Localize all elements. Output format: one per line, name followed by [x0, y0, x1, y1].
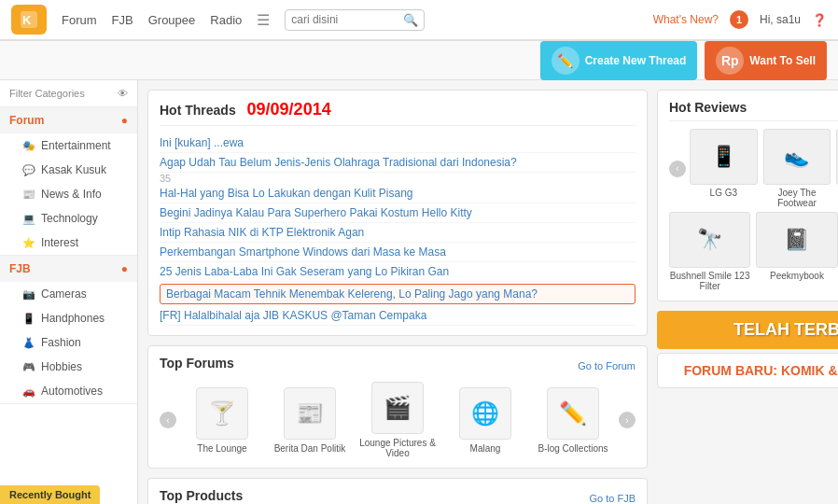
logo[interactable]: K	[11, 5, 47, 35]
right-column: Hot Reviews ‹ 📱 LG G3 👟 Joey The Footwea…	[657, 90, 838, 504]
goto-forum-link[interactable]: Go to Forum	[578, 360, 635, 371]
nav-radio[interactable]: Radio	[210, 13, 242, 27]
search-input[interactable]	[291, 13, 403, 26]
thread-item[interactable]: Begini Jadinya Kalau Para Superhero Paka…	[160, 203, 635, 223]
reviews-row1: 📱 LG G3 👟 Joey The Footwear 📦 Himax Pure…	[690, 129, 838, 208]
lg-g3-img: 📱	[690, 129, 758, 185]
forum-item-berita[interactable]: 📰 Berita Dan Politik	[268, 387, 352, 454]
recently-bought-bar[interactable]: Recently Bought	[0, 485, 100, 504]
forum-item-malang[interactable]: 🌐 Malang	[443, 387, 527, 454]
review-item-lg[interactable]: 📱 LG G3	[690, 129, 758, 208]
search-box: 🔍	[285, 9, 425, 31]
filter-eye-icon[interactable]: 👁	[118, 88, 128, 99]
joey-img: 👟	[763, 129, 831, 185]
forum-label: Berita Dan Politik	[268, 443, 352, 454]
hamburger-icon[interactable]: ☰	[257, 11, 270, 29]
blog-icon: ✏️	[547, 387, 599, 440]
help-icon[interactable]: ❓	[812, 13, 827, 27]
review-item-bushnell[interactable]: 🔭 Bushnell Smile 123 Filter	[669, 212, 750, 291]
cameras-icon: 📷	[22, 288, 35, 301]
thread-item[interactable]: [FR] Halalbihalal aja JIB KASKUS @Taman …	[160, 306, 635, 326]
top-products-card: Top Products Go to FJB	[147, 478, 648, 504]
forum-item-blog[interactable]: ✏️ B-log Collections	[531, 387, 615, 454]
promo-banner-1[interactable]: TELAH TERBIT!	[657, 311, 838, 349]
goto-fjb-link[interactable]: Go to FJB	[589, 493, 635, 504]
forum-label: The Lounge	[180, 443, 264, 454]
sidebar-item-automotives[interactable]: 🚗 Automotives	[0, 379, 137, 403]
berita-icon: 📰	[284, 387, 336, 440]
promo-banner-2[interactable]: FORUM BARU: KOMIK & ILUSTRASI	[657, 353, 838, 388]
thread-sub: 35	[160, 173, 635, 184]
sidebar-item-news-info[interactable]: 📰 News & Info	[0, 182, 137, 206]
notification-badge[interactable]: 1	[730, 10, 748, 29]
threads-list: Ini [kukan] ...ewa Agap Udah Tau Belum J…	[160, 133, 635, 326]
sidebar-section-fjb: FJB ● 📷 Cameras 📱 Handphones 👗 Fashion 🎮…	[0, 256, 137, 404]
entertainment-icon: 🎭	[22, 140, 35, 152]
thread-item[interactable]: Perkembangan Smartphone Windows dari Mas…	[160, 243, 635, 262]
thread-item[interactable]: Ini [kukan] ...ewa	[160, 133, 635, 153]
create-thread-button[interactable]: ✏️ Create New Thread	[540, 41, 698, 80]
forum-item-lounge-pictures[interactable]: 🎬 Lounge Pictures & Video	[356, 382, 440, 458]
review-label: Bushnell Smile 123 Filter	[669, 271, 750, 291]
two-col-layout: Hot Threads 09/09/2014 Ini [kukan] ...ew…	[147, 90, 829, 504]
fjb-chevron-icon: ●	[121, 262, 128, 275]
reviews-row2: 🔭 Bushnell Smile 123 Filter 📓 Peekmybook…	[669, 212, 838, 291]
pictures-icon: 🎬	[371, 382, 424, 434]
nav-groupee[interactable]: Groupee	[148, 13, 196, 27]
thread-item[interactable]: Hal-Hal yang Bisa Lo Lakukan dengan Kuli…	[160, 184, 635, 203]
top-forums-card: Top Forums Go to Forum ‹ 🍸 The Lounge 📰 …	[147, 345, 648, 469]
sidebar-item-technology[interactable]: 💻 Technology	[0, 206, 137, 231]
nav-fjb[interactable]: FJB	[112, 13, 133, 27]
peekmybook-img: 📓	[756, 212, 837, 268]
top-forums-title: Top Forums	[160, 356, 234, 376]
review-item-peekmybook[interactable]: 📓 Peekmybook	[756, 212, 837, 291]
top-products-title: Top Products	[160, 488, 243, 504]
thread-item[interactable]: Intip Rahasia NIK di KTP Elektronik Agan	[160, 223, 635, 243]
want-to-sell-button[interactable]: Rp Want To Sell	[705, 41, 827, 80]
fashion-icon: 👗	[22, 337, 35, 349]
hot-threads-card: Hot Threads 09/09/2014 Ini [kukan] ...ew…	[147, 90, 648, 336]
thread-item-highlighted[interactable]: Berbagai Macam Tehnik Menembak Kelereng,…	[160, 284, 635, 304]
thread-item[interactable]: Agap Udah Tau Belum Jenis-Jenis Olahraga…	[160, 153, 635, 173]
sidebar-item-interest[interactable]: ⭐ Interest	[0, 231, 137, 255]
sidebar-item-fashion[interactable]: 👗 Fashion	[0, 330, 137, 355]
forum-item-lounge[interactable]: 🍸 The Lounge	[180, 387, 264, 454]
news-icon: 📰	[22, 189, 35, 201]
technology-icon: 💻	[22, 213, 35, 225]
top-forums-header-row: Top Forums Go to Forum	[160, 356, 635, 376]
sidebar-item-kasak-kusuk[interactable]: 💬 Kasak Kusuk	[0, 158, 137, 182]
hot-reviews-title: Hot Reviews	[669, 100, 838, 121]
whats-new-link[interactable]: What's New?	[653, 13, 719, 26]
sidebar-item-entertainment[interactable]: 🎭 Entertainment	[0, 133, 137, 158]
review-label: LG G3	[690, 188, 758, 198]
review-label: Joey The Footwear	[763, 188, 831, 208]
sidebar-item-handphones[interactable]: 📱 Handphones	[0, 306, 137, 330]
thread-item[interactable]: 25 Jenis Laba-Laba Ini Gak Seseram yang …	[160, 262, 635, 282]
sidebar-fjb-header[interactable]: FJB ●	[0, 256, 137, 282]
top-products-header-row: Top Products Go to FJB	[160, 488, 635, 504]
interest-icon: ⭐	[22, 237, 35, 249]
sidebar-forum-header[interactable]: Forum ●	[0, 107, 137, 133]
sidebar-item-hobbies[interactable]: 🎮 Hobbies	[0, 355, 137, 379]
forum-label: B-log Collections	[531, 443, 615, 454]
nav-forum[interactable]: Forum	[62, 13, 97, 27]
hot-threads-title: Hot Threads 09/09/2014	[160, 100, 635, 126]
create-thread-icon: ✏️	[552, 47, 580, 75]
bushnell-img: 🔭	[669, 212, 750, 268]
forums-list: ‹ 🍸 The Lounge 📰 Berita Dan Politik 🎬 Lo…	[160, 382, 635, 458]
reviews-prev-arrow[interactable]: ‹	[669, 161, 686, 177]
forums-prev-arrow[interactable]: ‹	[160, 412, 176, 428]
nav-links: Forum FJB Groupee Radio	[62, 13, 242, 27]
automotives-icon: 🚗	[22, 385, 35, 398]
filter-label: Filter Categories	[9, 88, 85, 99]
forums-next-arrow[interactable]: ›	[619, 412, 635, 428]
content-area: Hot Threads 09/09/2014 Ini [kukan] ...ew…	[138, 80, 838, 504]
review-label: Peekmybook	[756, 271, 837, 281]
sidebar-item-cameras[interactable]: 📷 Cameras	[0, 282, 137, 306]
forum-label: Lounge Pictures & Video	[356, 438, 440, 458]
filter-header: Filter Categories 👁	[0, 80, 137, 107]
hobbies-icon: 🎮	[22, 361, 35, 373]
review-item-joey[interactable]: 👟 Joey The Footwear	[763, 129, 831, 208]
search-icon[interactable]: 🔍	[403, 13, 418, 27]
svg-text:K: K	[22, 13, 32, 27]
